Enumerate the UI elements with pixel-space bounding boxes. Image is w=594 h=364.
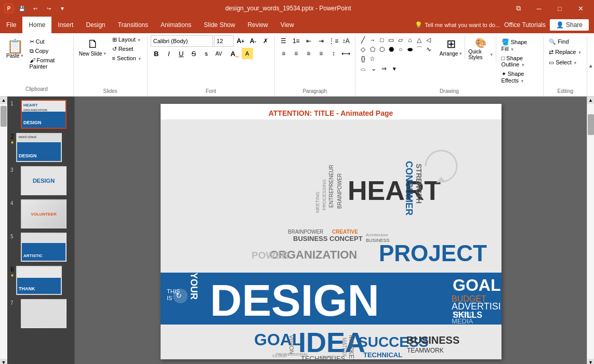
shape-line[interactable]: ╱ xyxy=(359,35,368,45)
decrease-indent-btn[interactable]: ⇤ xyxy=(303,35,314,47)
replace-button[interactable]: ⇄ Replace ▼ xyxy=(547,48,584,57)
scroll-right-thumb[interactable] xyxy=(588,114,594,135)
shape-octagon[interactable]: ⬣ xyxy=(387,45,396,54)
scroll-right-up-btn[interactable]: ▲ xyxy=(587,97,595,104)
shape-freeform[interactable]: ∿ xyxy=(424,45,433,54)
arrange-button[interactable]: ⊞ Arrange ▼ xyxy=(438,35,466,59)
clear-format-btn[interactable]: ✗ xyxy=(260,35,271,47)
char-spacing-btn[interactable]: AV xyxy=(213,48,225,59)
cut-button[interactable]: ✂ Cut xyxy=(28,37,69,46)
format-painter-button[interactable]: 🖌 Format Painter xyxy=(28,56,69,71)
quick-styles-button[interactable]: 🎨 Quick Styles ▼ xyxy=(466,35,496,62)
bold-btn[interactable]: B xyxy=(151,48,162,59)
shape-pentagon[interactable]: ⬠ xyxy=(368,45,377,54)
shape-outline-btn[interactable]: □ Shape Outline ▼ xyxy=(499,54,538,69)
menu-insert[interactable]: Insert xyxy=(51,17,80,33)
restore-btn[interactable]: ⧉ xyxy=(509,0,527,17)
shape-ellipse[interactable]: ⬬ xyxy=(405,45,415,54)
slide-thumb-4[interactable]: 4 VOLUNTEER xyxy=(9,198,72,230)
font-size-input[interactable]: 12 xyxy=(214,35,234,47)
shape-rect2[interactable]: ▭ xyxy=(387,35,396,45)
line-spacing-btn[interactable]: ↕ xyxy=(328,48,339,59)
reset-button[interactable]: ↺ Reset xyxy=(110,45,144,53)
align-right-btn[interactable]: ≡ xyxy=(303,48,314,59)
numbering-btn[interactable]: 1≡ xyxy=(291,35,302,47)
columns-btn[interactable]: ⋮≡ xyxy=(328,35,339,47)
slide-image-5[interactable]: ARTISTIC xyxy=(21,233,67,262)
shape-more[interactable]: ▼ xyxy=(390,64,399,73)
scroll-thumb[interactable] xyxy=(1,106,7,127)
scroll-right-down-btn[interactable]: ▼ xyxy=(587,359,595,364)
shape-rect[interactable]: □ xyxy=(377,35,387,45)
align-left-btn[interactable]: ≡ xyxy=(278,48,289,59)
paste-button[interactable]: 📋 Paste ▼ xyxy=(4,37,27,85)
shape-diamond[interactable]: ◇ xyxy=(359,45,368,54)
ribbon-collapse-btn[interactable]: ▲ xyxy=(587,35,594,96)
slide-image-4[interactable]: VOLUNTEER xyxy=(21,199,67,228)
slide-image-7[interactable] xyxy=(21,299,67,328)
slide-thumb-7[interactable]: 7 xyxy=(9,298,72,329)
paste-dropdown-arrow[interactable]: ▼ xyxy=(20,53,24,58)
new-slide-button[interactable]: 🗋 New Slide ▼ xyxy=(77,35,109,59)
office-tutorials-link[interactable]: Office Tutorials xyxy=(504,21,546,29)
underline-btn[interactable]: U xyxy=(176,48,187,59)
slide-image-6[interactable]: THANK xyxy=(16,266,62,295)
decrease-font-btn[interactable]: A- xyxy=(247,35,259,47)
shape-bracket[interactable]: {} xyxy=(359,54,368,63)
scroll-up-btn[interactable]: ▲ xyxy=(0,97,7,104)
menu-view[interactable]: View xyxy=(274,17,300,33)
maximize-btn[interactable]: □ xyxy=(550,0,569,17)
shape-arrow-line[interactable]: → xyxy=(368,35,377,45)
layout-button[interactable]: ⊞ Layout ▼ xyxy=(110,35,144,44)
section-button[interactable]: ≡ Section ▼ xyxy=(110,54,144,62)
shape-arc[interactable]: ⌓ xyxy=(359,64,368,73)
slide-thumb-2[interactable]: 2 ★ DESIGN word cloud xyxy=(9,132,72,163)
scroll-down-btn[interactable]: ▼ xyxy=(0,359,7,364)
shape-trapezoid[interactable]: ⌂ xyxy=(405,35,415,45)
copy-button[interactable]: ⧉ Copy xyxy=(28,47,69,56)
share-button[interactable]: 👤 Share xyxy=(550,19,589,31)
slide-thumb-6[interactable]: 6 ★ THANK xyxy=(9,265,72,296)
menu-review[interactable]: Review xyxy=(241,17,274,33)
shape-hexagon[interactable]: ⬡ xyxy=(377,45,387,54)
save-quick-btn[interactable]: 💾 xyxy=(17,3,27,14)
menu-home[interactable]: Home xyxy=(22,17,51,33)
slide-thumb-5[interactable]: 5 ARTISTIC xyxy=(9,232,72,263)
justify-btn[interactable]: ≡ xyxy=(315,48,327,59)
shape-triangle[interactable]: △ xyxy=(415,35,424,45)
shape-effects-btn[interactable]: ✦ Shape Effects ▼ xyxy=(499,70,538,85)
select-button[interactable]: ▭ Select ▼ xyxy=(547,58,579,67)
new-slide-arrow[interactable]: ▼ xyxy=(103,51,107,56)
tell-me-btn[interactable]: 💡 Tell me what you want to do... xyxy=(415,21,500,29)
shadow-btn[interactable]: s xyxy=(201,48,212,59)
minimize-btn[interactable]: ─ xyxy=(530,0,548,17)
char-highlight-btn[interactable]: A xyxy=(242,48,253,59)
strikethrough-btn[interactable]: S xyxy=(188,48,200,59)
align-center-btn[interactable]: ≡ xyxy=(291,48,302,59)
close-btn[interactable]: ✕ xyxy=(571,0,590,17)
redo-quick-btn[interactable]: ↪ xyxy=(44,3,54,14)
shape-fill-btn[interactable]: 🪣 Shape Fill ▼ xyxy=(499,37,538,53)
menu-slideshow[interactable]: Slide Show xyxy=(197,17,241,33)
increase-indent-btn[interactable]: ⇥ xyxy=(315,35,327,47)
customize-quick-btn[interactable]: ▼ xyxy=(57,3,68,14)
shape-circle[interactable]: ○ xyxy=(396,45,405,54)
slide-image-1[interactable]: DESIGN HEART ORGANIZATION xyxy=(21,100,67,129)
smart-art-btn[interactable]: ⟷ xyxy=(340,48,352,59)
font-color-btn[interactable]: A_ xyxy=(229,48,241,59)
find-button[interactable]: 🔍 Find xyxy=(547,37,571,46)
slide-thumb-3[interactable]: 3 DESIGN xyxy=(9,165,72,196)
italic-btn[interactable]: I xyxy=(163,48,175,59)
shape-rtriangle[interactable]: ◁ xyxy=(424,35,433,45)
font-name-input[interactable]: Calibri (Body) xyxy=(151,35,213,47)
menu-animations[interactable]: Animations xyxy=(154,17,197,33)
shape-arrow-r[interactable]: ⇒ xyxy=(379,64,389,73)
undo-quick-btn[interactable]: ↩ xyxy=(30,3,41,14)
shape-star[interactable]: ☆ xyxy=(368,54,377,63)
slide-thumb-1[interactable]: 1 DESIGN HEART ORGANIZATION xyxy=(9,99,72,130)
slide-image-2[interactable]: DESIGN word cloud xyxy=(16,133,62,162)
slide-canvas[interactable]: ATTENTION: TITLE - Animated Page MEETING… xyxy=(161,104,501,359)
shape-parallelogram[interactable]: ▱ xyxy=(396,35,405,45)
menu-file[interactable]: File xyxy=(0,17,22,33)
bullets-btn[interactable]: ☰ xyxy=(278,35,289,47)
